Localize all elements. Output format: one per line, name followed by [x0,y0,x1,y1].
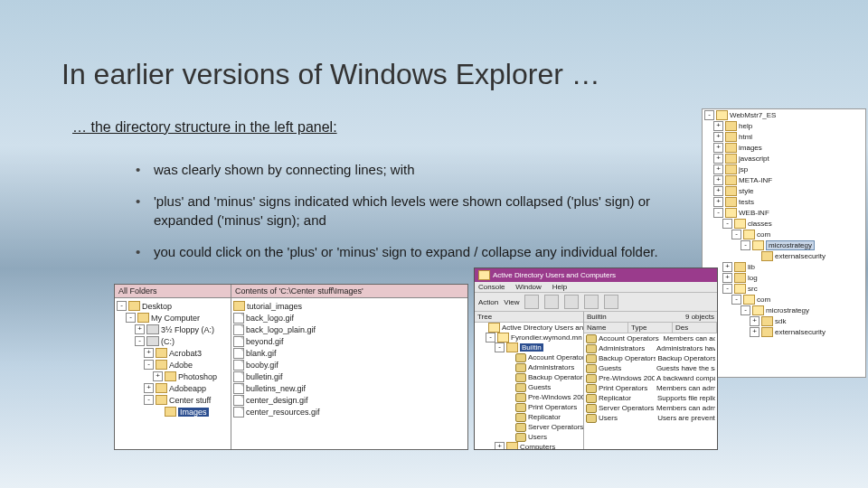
plus-icon[interactable]: + [495,442,505,449]
ad-titlebar: Active Directory Users and Computers [475,268,717,282]
plus-icon[interactable]: + [722,273,732,283]
folder-icon [725,132,737,142]
plus-icon[interactable]: + [713,164,723,174]
folder-icon [725,164,737,174]
plus-icon[interactable]: + [713,197,723,207]
minus-icon[interactable]: - [741,240,750,250]
folder-icon [506,442,518,449]
tree-row: Active Directory Users and Computers [475,323,583,333]
minus-icon[interactable]: - [704,110,714,120]
folder-icon [725,197,737,207]
file-icon [233,371,244,382]
plus-icon[interactable]: + [750,327,760,337]
tree-row: -microstrategy [703,239,865,250]
folder-icon [165,371,176,381]
minus-icon[interactable]: - [713,208,723,218]
ad-list-row: Backup OperatorsBackup Operators can ov [584,353,717,363]
plus-icon[interactable]: + [135,324,145,334]
tree-row: -WebMstr7_ES [703,109,865,120]
ad-toolbar: ActionView [475,293,717,312]
toolbar-icon [524,295,539,309]
explorer-tree-row: -Adobe [115,359,231,371]
ad-list-row: GuestsGuests have the same acc [584,363,717,373]
folder-icon [752,305,764,315]
folder-icon [128,301,140,311]
folder-icon [165,407,176,417]
group-icon [586,364,597,373]
folder-icon [233,301,245,311]
tree-row: -microstrategy [703,305,865,315]
explorer-tree-row: -Desktop [115,300,231,312]
folder-icon [156,348,167,358]
plus-icon[interactable]: + [144,348,154,358]
plus-icon[interactable]: + [153,371,163,381]
plus-icon[interactable]: + [713,132,723,142]
folder-icon [734,284,746,294]
plus-icon[interactable]: + [713,186,723,196]
plus-icon[interactable]: + [144,383,154,393]
minus-icon[interactable]: - [126,313,136,323]
tree-row: +META-INF [703,174,865,185]
folder-icon [716,110,728,120]
folder-icon [743,295,755,305]
plus-icon[interactable]: + [713,121,723,131]
file-row: back_logo_plain.gif [231,324,467,335]
ad-tree-row: +Computers [475,442,583,449]
minus-icon[interactable]: - [722,284,732,294]
minus-icon[interactable]: - [731,230,741,239]
minus-icon[interactable]: - [486,333,495,343]
plus-icon[interactable]: + [713,175,723,185]
minus-icon[interactable]: - [144,360,154,370]
tree-row: -com [703,229,865,239]
tree-row: externalsecurity [703,250,865,261]
file-row: center_resources.gif [231,406,467,418]
file-row: center_design.gif [231,394,467,406]
plus-icon[interactable]: + [722,262,732,272]
file-icon [233,407,244,418]
bullet-item: 'plus' and 'minus' signs indicated which… [136,192,687,230]
file-icon [233,360,244,371]
minus-icon[interactable]: - [117,301,127,311]
tree-row: +help [703,120,865,131]
folder-icon [156,395,167,405]
explorer-tree-row: Images [115,406,231,418]
slide-title: In earlier versions of Windows Explorer … [61,58,600,91]
toolbar-icon [584,295,599,309]
folder-icon [734,273,746,283]
folder-icon [146,336,159,346]
tree-row: +style [703,185,865,196]
minus-icon[interactable]: - [144,395,154,405]
tree-row: -classes [703,218,865,229]
folder-icon [725,143,737,153]
minus-icon[interactable]: - [495,343,505,352]
ad-columns: NameTypeDes [584,323,717,333]
ad-tree-row: -Builtin [475,343,583,352]
tree-row: +externalsecurity [703,326,865,337]
minus-icon[interactable]: - [731,295,741,305]
minus-icon[interactable]: - [135,336,145,346]
plus-icon[interactable]: + [713,143,723,153]
folder-icon [725,186,737,196]
bullet-item: was clearly shown by connecting lines; w… [136,160,687,179]
explorer-tree-row: -My Computer [115,312,231,324]
active-directory-screenshot: Active Directory Users and Computers Con… [474,267,718,450]
folder-tree-screenshot: -WebMstr7_ES+help+html+images+javascript… [702,108,866,378]
minus-icon[interactable]: - [741,305,750,315]
minus-icon[interactable]: - [722,219,732,229]
folder-icon [734,262,746,272]
folder-icon [761,316,773,326]
explorer-tree-row: +Adobeapp [115,382,231,394]
ad-menubar: ConsoleWindowHelp [475,282,717,293]
folder-icon [156,360,167,370]
slide-subtitle: … the directory structure in the left pa… [72,119,337,136]
plus-icon[interactable]: + [713,154,723,164]
folder-icon [488,323,500,333]
ad-list-header: Builtin9 objects [584,312,717,323]
folder-icon [497,333,509,343]
folder-icon [725,121,737,131]
ad-list-row: ReplicatorSupports file replication in [584,393,717,403]
file-row: beyond.gif [231,335,467,347]
file-row: tutorial_images [231,300,467,312]
app-icon [478,270,490,280]
plus-icon[interactable]: + [750,316,760,326]
